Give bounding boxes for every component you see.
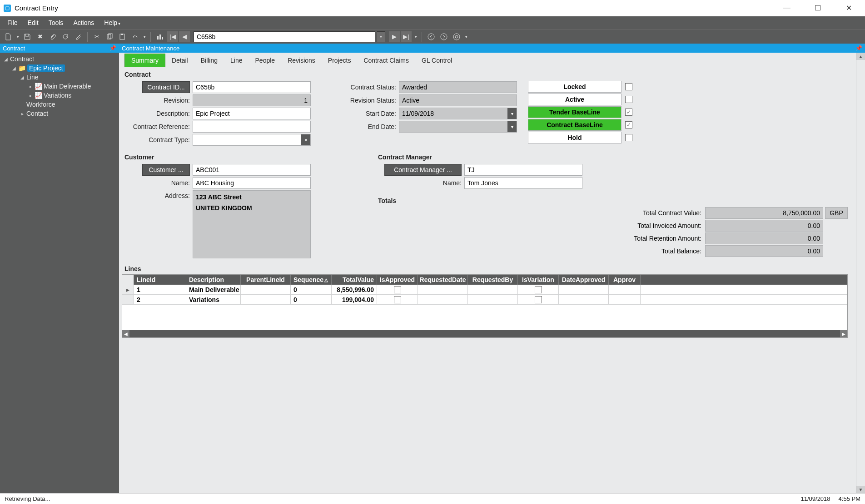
find-icon[interactable] — [154, 31, 165, 42]
contract-type-dropdown[interactable]: ▾ — [193, 134, 311, 146]
grid-header-requesteddate[interactable]: RequestedDate — [418, 275, 468, 285]
contract-baseline-checkbox[interactable] — [625, 121, 632, 128]
tree-node-main-deliverable[interactable]: ▸ 📈 Main Deliverable — [0, 82, 119, 91]
cut-icon[interactable]: ✂ — [91, 31, 102, 42]
menu-file[interactable]: File — [3, 17, 22, 28]
contract-manager-button[interactable]: Contract Manager ... — [384, 164, 462, 176]
tree-node-contract[interactable]: ◢ Contract — [0, 54, 119, 64]
tab-summary[interactable]: Summary — [124, 54, 165, 67]
tree-node-project[interactable]: ◢ 📁 Epic Project — [0, 64, 119, 73]
svg-rect-3 — [121, 34, 123, 35]
record-search-input[interactable] — [194, 31, 375, 42]
customer-name-input[interactable] — [193, 177, 311, 189]
new-icon[interactable] — [3, 31, 14, 42]
delete-icon[interactable]: ✖ — [35, 31, 45, 42]
grid-header-isvariation[interactable]: IsVariation — [518, 275, 559, 285]
tree-node-variations[interactable]: ▸ 📈 Variations — [0, 91, 119, 100]
menu-edit[interactable]: Edit — [23, 17, 43, 28]
grid-header-sequence[interactable]: Sequence△ — [291, 275, 332, 285]
scroll-down-icon[interactable]: ▼ — [856, 486, 865, 493]
contract-manager-code-input[interactable] — [464, 164, 582, 176]
menu-tools[interactable]: Tools — [44, 17, 68, 28]
tree-node-line[interactable]: ◢ Line — [0, 73, 119, 82]
pin-icon[interactable]: 📌 — [855, 45, 862, 51]
isvariation-checkbox[interactable] — [535, 296, 542, 303]
minimize-button[interactable]: — — [778, 4, 796, 12]
tab-revisions[interactable]: Revisions — [281, 54, 322, 67]
tree-node-workforce[interactable]: Workforce — [0, 100, 119, 109]
new-dropdown-icon[interactable]: ▾ — [15, 31, 20, 42]
contract-id-input[interactable] — [193, 81, 311, 93]
refresh-icon[interactable] — [60, 31, 71, 42]
tab-gl-control[interactable]: GL Control — [415, 54, 458, 67]
total-invoiced-value: 0.00 — [705, 220, 823, 232]
isvariation-checkbox[interactable] — [535, 286, 542, 293]
maximize-button[interactable]: ☐ — [809, 4, 827, 12]
nav-dropdown-icon[interactable]: ▾ — [413, 31, 418, 42]
tab-projects[interactable]: Projects — [322, 54, 358, 67]
isapproved-checkbox[interactable] — [394, 286, 401, 293]
description-input[interactable] — [193, 108, 311, 119]
left-panel: Contract 📌 ◢ Contract ◢ 📁 Epic Project ◢… — [0, 44, 119, 493]
tab-people[interactable]: People — [249, 54, 282, 67]
row-selector-icon[interactable]: ▸ — [122, 285, 134, 294]
home-icon[interactable] — [451, 31, 462, 42]
copy-icon[interactable] — [104, 31, 115, 42]
nav-prev-icon[interactable]: ◀ — [179, 31, 190, 42]
content-vertical-scrollbar[interactable]: ▲ ▼ — [856, 53, 865, 493]
grid-header-dateapproved[interactable]: DateApproved — [559, 275, 609, 285]
grid-header-description[interactable]: Description — [186, 275, 241, 285]
description-label: Description: — [122, 110, 190, 117]
table-row[interactable]: 2 Variations 0 199,004.00 — [122, 295, 847, 305]
row-selector-icon[interactable] — [122, 295, 134, 304]
customer-button[interactable]: Customer ... — [142, 164, 190, 176]
grid-header-isapproved[interactable]: IsApproved — [377, 275, 418, 285]
scroll-right-icon[interactable]: ▶ — [840, 330, 847, 337]
home-dropdown-icon[interactable]: ▾ — [464, 31, 468, 42]
tab-line[interactable]: Line — [224, 54, 249, 67]
grid-header-totalvalue[interactable]: TotalValue — [332, 275, 377, 285]
grid-header-requestedby[interactable]: RequestedBy — [468, 275, 518, 285]
tree: ◢ Contract ◢ 📁 Epic Project ◢ Line ▸ 📈 M… — [0, 53, 119, 120]
attach-icon[interactable] — [47, 31, 58, 42]
nav-next-icon[interactable]: ▶ — [389, 31, 400, 42]
undo-icon[interactable] — [129, 31, 140, 42]
scroll-up-icon[interactable]: ▲ — [856, 53, 865, 60]
save-icon[interactable] — [22, 31, 33, 42]
close-button[interactable]: ✕ — [840, 4, 858, 12]
manager-name-input[interactable] — [464, 177, 582, 189]
revision-value: 1 — [193, 94, 311, 106]
contract-id-button[interactable]: Contract ID... — [142, 81, 190, 93]
customer-code-input[interactable] — [193, 164, 311, 176]
active-checkbox[interactable] — [625, 96, 632, 103]
start-date-input[interactable]: 11/09/2018 ▾ — [399, 108, 517, 119]
forward-icon[interactable] — [438, 31, 449, 42]
back-icon[interactable] — [426, 31, 437, 42]
hold-checkbox[interactable] — [625, 134, 632, 141]
total-retention-label: Total Retention Amount: — [375, 235, 705, 242]
contract-reference-input[interactable] — [193, 121, 311, 133]
paste-icon[interactable] — [117, 31, 128, 42]
isapproved-checkbox[interactable] — [394, 296, 401, 303]
menu-actions[interactable]: Actions — [69, 17, 99, 28]
menu-help[interactable]: Help▾ — [99, 17, 125, 28]
grid-header-parentlineid[interactable]: ParentLineId — [241, 275, 291, 285]
tab-detail[interactable]: Detail — [165, 54, 194, 67]
record-search-dropdown[interactable]: ▾ — [377, 31, 385, 42]
undo-dropdown-icon[interactable]: ▾ — [142, 31, 147, 42]
tab-billing[interactable]: Billing — [194, 54, 224, 67]
end-date-input[interactable]: ▾ — [399, 121, 517, 133]
table-row[interactable]: ▸ 1 Main Deliverable 0 8,550,996.00 — [122, 285, 847, 295]
nav-last-icon[interactable]: ▶| — [401, 31, 412, 42]
tree-node-contact[interactable]: ▸ Contact — [0, 109, 119, 118]
pin-icon[interactable]: 📌 — [109, 45, 116, 51]
nav-first-icon[interactable]: |◀ — [167, 31, 178, 42]
scroll-left-icon[interactable]: ◀ — [122, 330, 129, 337]
clear-icon[interactable] — [73, 31, 84, 42]
locked-checkbox[interactable] — [625, 83, 632, 90]
grid-header-lineid[interactable]: LineId — [134, 275, 186, 285]
grid-horizontal-scrollbar[interactable]: ◀ ▶ — [122, 330, 847, 337]
tender-baseline-checkbox[interactable] — [625, 109, 632, 116]
grid-header-approv[interactable]: Approv — [609, 275, 641, 285]
tab-contract-claims[interactable]: Contract Claims — [357, 54, 415, 67]
